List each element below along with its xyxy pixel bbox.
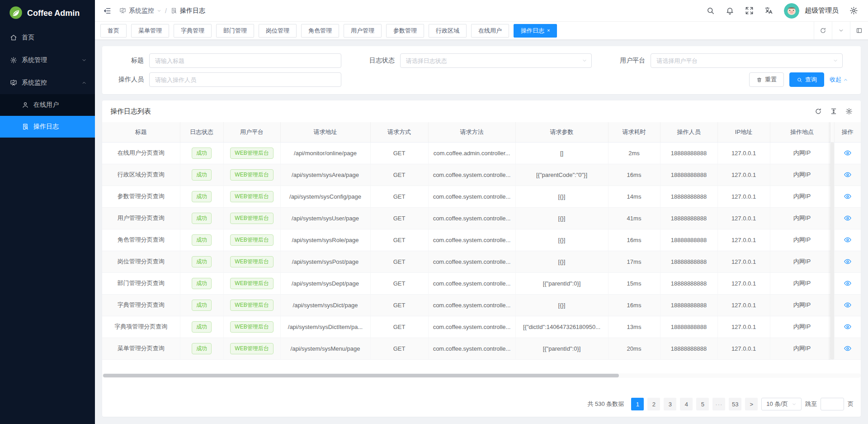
sidebar-item-系统管理[interactable]: 系统管理 (0, 49, 95, 71)
cell-url: /api/system/sysArea/page (280, 164, 370, 186)
cell-platform: WEB管理后台 (223, 316, 280, 338)
tab[interactable]: 参数管理 (386, 24, 424, 38)
table-row: 字典管理分页查询成功WEB管理后台/api/system/sysDict/pag… (102, 294, 861, 316)
platform-select[interactable] (651, 53, 843, 68)
app-logo[interactable]: Coffee Admin (0, 0, 95, 26)
row-density-icon[interactable] (830, 108, 837, 115)
title-label: 标题 (102, 57, 149, 65)
tab[interactable]: 行政区域 (429, 24, 467, 38)
cell-func: com.coffee.system.controlle... (428, 186, 515, 207)
view-detail-eye-icon[interactable] (844, 214, 852, 222)
cell-title: 在线用户分页查询 (102, 142, 180, 164)
view-detail-eye-icon[interactable] (844, 192, 852, 200)
cell-operator: 18888888888 (660, 316, 717, 338)
filter-field-platform: 用户平台 (604, 53, 854, 68)
tab-label: 首页 (108, 27, 119, 35)
status-tag: WEB管理后台 (230, 300, 273, 311)
content: 标题 日志状态 用户平台 (95, 40, 868, 424)
cell-location: 内网IP (770, 251, 834, 272)
tabs-maximize-icon[interactable] (850, 22, 868, 39)
page-button-53[interactable]: 53 (729, 398, 741, 410)
user-name[interactable]: 超级管理员 (805, 6, 839, 15)
page-button-5[interactable]: 5 (696, 398, 709, 410)
tabs-refresh-icon[interactable] (814, 22, 832, 39)
menu-fold-icon[interactable] (103, 7, 111, 15)
tab[interactable]: 在线用户 (471, 24, 509, 38)
tab[interactable]: 首页 (100, 24, 127, 38)
tab[interactable]: 操作日志× (514, 24, 557, 38)
view-detail-eye-icon[interactable] (844, 344, 852, 353)
table-row: 岗位管理分页查询成功WEB管理后台/api/system/sysPost/pag… (102, 251, 861, 272)
title-input[interactable] (149, 53, 341, 68)
collapse-link[interactable]: 收起 (830, 76, 848, 84)
tab-close-icon[interactable]: × (547, 28, 550, 33)
page-button-3[interactable]: 3 (664, 398, 676, 410)
search-icon[interactable] (706, 6, 715, 15)
breadcrumb-current: 操作日志 (170, 7, 205, 15)
cell-platform: WEB管理后台 (223, 186, 280, 207)
query-button[interactable]: 查询 (789, 72, 824, 87)
cell-func: com.coffee.system.controlle... (428, 316, 515, 338)
view-detail-eye-icon[interactable] (844, 149, 852, 157)
page-button-1[interactable]: 1 (631, 398, 644, 410)
tabs-dropdown-icon[interactable] (832, 22, 850, 39)
log-status-select[interactable] (400, 53, 592, 68)
sidebar-submenu: 在线用户操作日志 (0, 94, 95, 138)
tab[interactable]: 菜单管理 (131, 24, 169, 38)
tab-label: 操作日志 (521, 27, 544, 35)
tabbar: 首页菜单管理字典管理部门管理岗位管理角色管理用户管理参数管理行政区域在线用户操作… (95, 22, 868, 40)
sidebar-item-系统监控[interactable]: 系统监控 (0, 71, 95, 94)
sidebar-item-操作日志[interactable]: 操作日志 (0, 116, 95, 138)
view-detail-eye-icon[interactable] (844, 279, 852, 287)
log-table: 标题日志状态用户平台请求地址请求方式请求方法请求参数请求耗时操作人员IP地址操作… (102, 122, 861, 360)
sidebar-item-在线用户[interactable]: 在线用户 (0, 94, 95, 116)
column-header: 操作地点 (770, 122, 834, 142)
cell-func: com.coffee.system.controlle... (428, 338, 515, 359)
page-button-4[interactable]: 4 (680, 398, 693, 410)
translate-icon[interactable] (764, 6, 773, 15)
page-button-2[interactable]: 2 (647, 398, 660, 410)
operator-input[interactable] (149, 72, 341, 87)
tab-tools (814, 22, 868, 39)
cell-title: 字典管理分页查询 (102, 294, 180, 316)
cell-time: 20ms (608, 338, 660, 359)
tab[interactable]: 字典管理 (174, 24, 212, 38)
pagination-ellipsis[interactable]: ··· (712, 398, 725, 410)
next-page-button[interactable]: > (745, 398, 758, 410)
table-card-header: 操作日志列表 (102, 100, 861, 122)
sidebar-item-首页[interactable]: 首页 (0, 26, 95, 49)
cell-operator: 18888888888 (660, 186, 717, 207)
vertical-scrollbar[interactable] (830, 142, 834, 360)
page-size-select[interactable]: 10 条/页 (761, 398, 802, 410)
tab-label: 角色管理 (308, 27, 332, 35)
notification-bell-icon[interactable] (726, 6, 734, 15)
table-row: 菜单管理分页查询成功WEB管理后台/api/system/sysMenu/pag… (102, 338, 861, 359)
cell-url: /api/monitor/online/page (280, 142, 370, 164)
cell-method: GET (370, 229, 428, 251)
cell-action (834, 272, 861, 294)
tab[interactable]: 用户管理 (344, 24, 382, 38)
settings-gear-icon[interactable] (849, 6, 858, 15)
avatar[interactable] (784, 3, 799, 19)
view-detail-eye-icon[interactable] (844, 301, 852, 309)
tab[interactable]: 角色管理 (301, 24, 339, 38)
tab[interactable]: 岗位管理 (259, 24, 297, 38)
jump-page-input[interactable] (821, 398, 844, 410)
refresh-icon[interactable] (815, 108, 822, 115)
column-settings-gear-icon[interactable] (845, 108, 853, 115)
table-row: 在线用户分页查询成功WEB管理后台/api/monitor/online/pag… (102, 142, 861, 164)
horizontal-scrollbar-thumb[interactable] (103, 374, 619, 377)
status-tag: 成功 (192, 191, 212, 202)
view-detail-eye-icon[interactable] (844, 171, 852, 179)
view-detail-eye-icon[interactable] (844, 257, 852, 266)
view-detail-eye-icon[interactable] (844, 323, 852, 331)
fullscreen-icon[interactable] (745, 6, 754, 15)
view-detail-eye-icon[interactable] (844, 236, 852, 244)
sidebar-subitem-label: 在线用户 (33, 101, 59, 109)
home-icon (10, 34, 17, 41)
cell-params: [{"parentId":0}] (515, 338, 608, 359)
column-header: 请求参数 (515, 122, 608, 142)
reset-button[interactable]: 重置 (749, 72, 784, 87)
breadcrumb-parent[interactable]: 系统监控 (119, 7, 161, 15)
tab[interactable]: 部门管理 (216, 24, 254, 38)
